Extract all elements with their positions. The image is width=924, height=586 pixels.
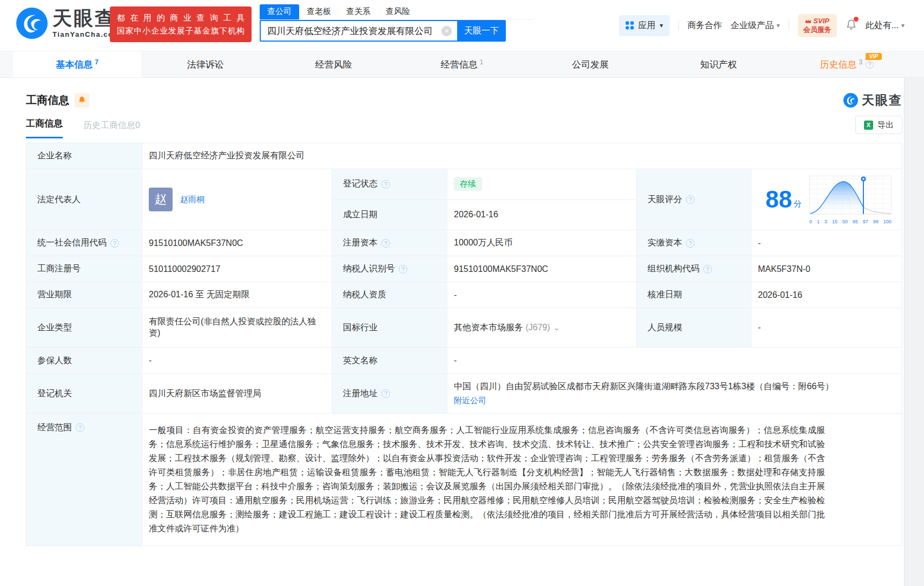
reg-status-value: 存续	[447, 169, 636, 199]
reg-capital-label: 注册资本 ?	[332, 230, 447, 256]
english-name-value: -	[447, 348, 902, 374]
reg-address-help-icon[interactable]: ?	[381, 389, 390, 398]
reg-number-value: 510110002902717	[142, 256, 332, 282]
uscc-value: 91510100MAK5F37N0C	[142, 230, 332, 256]
table-row-uscc: 统一社会信用代码 ? 91510100MAK5F37N0C 注册资本 ? 100…	[27, 230, 902, 256]
svip-member-service[interactable]: SVIP 会员服务	[798, 14, 837, 37]
slogan-banner: 都在用的商业查询工具 国家中小企业发展子基金旗下机构	[110, 6, 252, 42]
table-row-reg-number: 工商注册号 510110002902717 纳税人识别号 ? 91510100M…	[27, 256, 902, 282]
org-code-help-icon[interactable]: ?	[703, 265, 712, 274]
search-input[interactable]	[267, 25, 441, 36]
subtab-history-business-info[interactable]: 历史工商信息0	[83, 120, 140, 138]
search-tab-boss[interactable]: 查老板	[299, 4, 339, 19]
tyc-score-label: 天眼评分 ?	[637, 169, 751, 230]
top-right-nav: 应用 ▾ 商务合作 企业级产品 ▾ SVIP 会员服务	[619, 14, 905, 37]
table-row-legal-rep: 法定代表人 赵 赵雨桐 登记状态 ? 存续 成立日期	[27, 169, 902, 230]
legal-rep-name-link[interactable]: 赵雨桐	[180, 195, 204, 205]
bell-curve-chart	[809, 175, 892, 216]
table-row-biz-term: 营业期限 2026-01-16 至 无固定期限 纳税人资质 - 核准日期 202…	[27, 282, 902, 308]
legal-rep-value: 赵 赵雨桐	[142, 169, 332, 230]
search-tab-company[interactable]: 查公司	[260, 4, 299, 19]
search-area: 查公司 查老板 查关系 查风险 ✕ 天眼一下	[260, 4, 533, 42]
tyc-score-value[interactable]: 88 分	[751, 169, 902, 230]
business-scope-help-icon[interactable]: ?	[76, 423, 84, 432]
tab-company-development[interactable]: 公司发展	[526, 51, 655, 77]
export-button[interactable]: X 导出	[855, 116, 902, 134]
enterprise-caret-icon: ▾	[777, 22, 780, 29]
org-code-label: 组织机构代码 ?	[637, 256, 751, 282]
divider	[678, 21, 679, 30]
history-help-icon[interactable]: ?	[866, 61, 874, 69]
apps-menu[interactable]: 应用 ▾	[619, 15, 670, 36]
section-title: 工商信息	[26, 93, 69, 108]
company-name-label: 企业名称	[27, 143, 142, 169]
search-tabs: 查公司 查老板 查关系 查风险	[260, 4, 533, 20]
table-row-company-type: 企业类型 有限责任公司(非自然人投资或控股的法人独资) 国标行业 其他资本市场服…	[27, 308, 902, 348]
paid-capital-help-icon[interactable]: ?	[686, 239, 695, 248]
legal-rep-avatar[interactable]: 赵	[149, 188, 173, 211]
tab-operating-info[interactable]: 经营信息 1	[398, 51, 526, 77]
tab-intellectual-property[interactable]: 知识产权	[655, 51, 783, 77]
nav-cooperation[interactable]: 商务合作	[688, 20, 722, 31]
search-box: ✕	[260, 20, 457, 42]
staff-size-value: -	[751, 308, 902, 347]
tab-history-info[interactable]: VIP 历史信息 3 ?	[783, 51, 911, 77]
subscribe-bell-button[interactable]	[75, 93, 89, 108]
tab-operating-risk[interactable]: 经营风险	[269, 51, 398, 77]
company-type-value: 有限责任公司(非自然人投资或控股的法人独资)	[142, 308, 332, 347]
insured-value: -	[142, 348, 332, 374]
divider	[789, 21, 789, 30]
table-row-insured: 参保人数 - 英文名称 -	[27, 348, 902, 374]
reg-address-text: 中国（四川）自由贸易试验区成都市天府新区兴隆街道湖畔路东段733号1栋3楼（自编…	[454, 381, 834, 392]
top-header: 天眼查 TianYanCha.com 都在用的商业查询工具 国家中小企业发展子基…	[0, 0, 924, 51]
approval-date-value: 2026-01-16	[751, 282, 902, 308]
tyc-score-help-icon[interactable]: ?	[686, 195, 695, 204]
excel-icon: X	[864, 121, 873, 130]
tianyancha-watermark: 天眼查	[843, 92, 902, 109]
apps-caret-icon: ▾	[660, 22, 663, 29]
clear-search-icon[interactable]: ✕	[441, 26, 452, 36]
watermark-swirl-icon	[843, 93, 858, 108]
subtab-business-info[interactable]: 工商信息	[26, 117, 63, 138]
industry-chevron-down-icon[interactable]: ⌄	[553, 323, 560, 332]
vip-tag: VIP	[866, 53, 882, 60]
reg-capital-help-icon[interactable]: ?	[381, 239, 390, 248]
business-scope-value: 一般项目：自有资金投资的资产管理服务；航空运营支持服务；航空商务服务；人工智能行…	[142, 414, 902, 545]
reg-authority-label: 登记机关	[27, 374, 142, 413]
reg-address-label: 注册地址 ?	[332, 374, 447, 413]
tab-basic-info[interactable]: 基本信息 7	[13, 51, 141, 77]
score-distribution-chart: 0131550859799100	[809, 175, 892, 224]
tianyancha-logo[interactable]: 天眼查 TianYanCha.com	[16, 8, 121, 39]
legal-rep-label: 法定代表人	[27, 169, 142, 230]
page-edge-strip	[904, 78, 924, 586]
staff-size-label: 人员规模	[637, 308, 751, 347]
industry-label: 国标行业	[332, 308, 447, 347]
reg-number-label: 工商注册号	[27, 256, 142, 282]
uscc-help-icon[interactable]: ?	[110, 239, 119, 248]
search-tab-relation[interactable]: 查关系	[339, 4, 378, 19]
table-row-business-scope: 经营范围 ? 一般项目：自有资金投资的资产管理服务；航空运营支持服务；航空商务服…	[27, 414, 902, 546]
table-row-reg-authority: 登记机关 四川天府新区市场监督管理局 注册地址 ? 中国（四川）自由贸易试验区成…	[27, 374, 902, 414]
main-content: 工商信息 天眼查 工商信息 历史工商信息0 X 导出 企	[26, 92, 902, 546]
nav-enterprise-products[interactable]: 企业级产品 ▾	[731, 20, 780, 31]
tab-legal-proceedings[interactable]: 法律诉讼	[141, 51, 269, 77]
slogan-line-1: 都在用的商业查询工具	[117, 11, 245, 24]
business-info-table: 企业名称 四川天府低空经济产业投资发展有限公司 法定代表人 赵 赵雨桐 登记状态…	[26, 143, 902, 546]
nearby-companies-link[interactable]: 附近公司	[454, 396, 486, 406]
search-tab-risk[interactable]: 查风险	[378, 4, 418, 19]
user-account-menu[interactable]: 此处有... ▾	[866, 20, 905, 31]
reg-status-help-icon[interactable]: ?	[381, 180, 390, 189]
org-code-value: MAK5F37N-0	[751, 256, 902, 282]
business-scope-label: 经营范围 ?	[27, 414, 142, 545]
est-date-label: 成立日期	[332, 200, 447, 230]
industry-code: (J679)	[525, 323, 550, 332]
taxpayer-id-help-icon[interactable]: ?	[399, 265, 407, 274]
reg-authority-value: 四川天府新区市场监督管理局	[142, 374, 332, 413]
notifications-bell[interactable]	[846, 18, 857, 32]
taxpayer-id-value: 91510100MAK5F37N0C	[447, 256, 637, 282]
biz-term-label: 营业期限	[27, 282, 142, 308]
search-button[interactable]: 天眼一下	[457, 20, 506, 42]
crown-icon	[805, 18, 811, 24]
slogan-line-2: 国家中小企业发展子基金旗下机构	[117, 24, 245, 37]
taxpayer-quality-value: -	[447, 282, 637, 308]
